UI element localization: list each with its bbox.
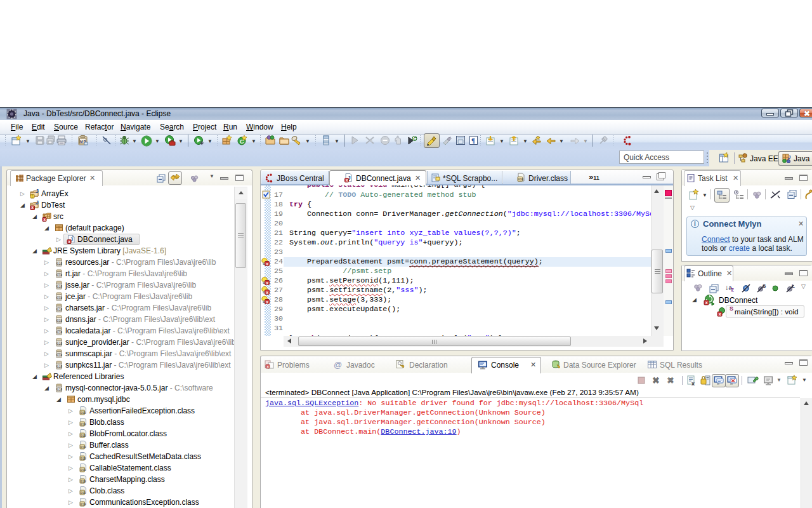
svg-text:J: J xyxy=(788,154,790,160)
svg-text:M: M xyxy=(80,140,83,144)
svg-text:x: x xyxy=(266,281,268,285)
svg-text:010: 010 xyxy=(57,342,63,345)
svg-text:010: 010 xyxy=(81,469,86,472)
svg-text:010: 010 xyxy=(57,308,63,311)
svg-text:010: 010 xyxy=(57,354,63,357)
svg-text:x: x xyxy=(691,380,695,386)
svg-text:010: 010 xyxy=(81,480,86,483)
svg-text:010: 010 xyxy=(81,423,86,426)
svg-text:x: x xyxy=(705,300,708,305)
svg-text:010: 010 xyxy=(57,319,63,323)
svg-text:010: 010 xyxy=(57,285,63,288)
svg-text:x: x xyxy=(266,262,268,266)
svg-text:010: 010 xyxy=(57,262,63,265)
svg-text:x: x xyxy=(31,205,34,210)
svg-text:x: x xyxy=(43,217,46,222)
svg-text:J: J xyxy=(36,189,39,194)
svg-text:C: C xyxy=(414,137,417,141)
svg-text:010: 010 xyxy=(81,457,86,460)
svg-text:010: 010 xyxy=(81,491,86,495)
svg-text:010: 010 xyxy=(81,503,86,506)
svg-text:010: 010 xyxy=(81,411,86,415)
svg-text:x: x xyxy=(68,239,70,244)
svg-text:010: 010 xyxy=(57,388,63,391)
svg-text:J: J xyxy=(36,200,39,206)
svg-text:x: x xyxy=(719,312,721,316)
svg-text:010: 010 xyxy=(81,434,86,438)
svg-text:010: 010 xyxy=(57,331,63,334)
svg-text:x: x xyxy=(346,178,348,182)
svg-text:x: x xyxy=(266,300,268,304)
svg-text:010: 010 xyxy=(57,297,63,300)
svg-text:010: 010 xyxy=(57,365,63,368)
svg-text:010: 010 xyxy=(81,446,86,449)
svg-text:!: ! xyxy=(32,194,33,198)
svg-text:x: x xyxy=(266,290,268,295)
svg-text:010: 010 xyxy=(518,178,524,181)
svg-text:010: 010 xyxy=(57,274,63,277)
svg-text:¶: ¶ xyxy=(471,137,475,144)
